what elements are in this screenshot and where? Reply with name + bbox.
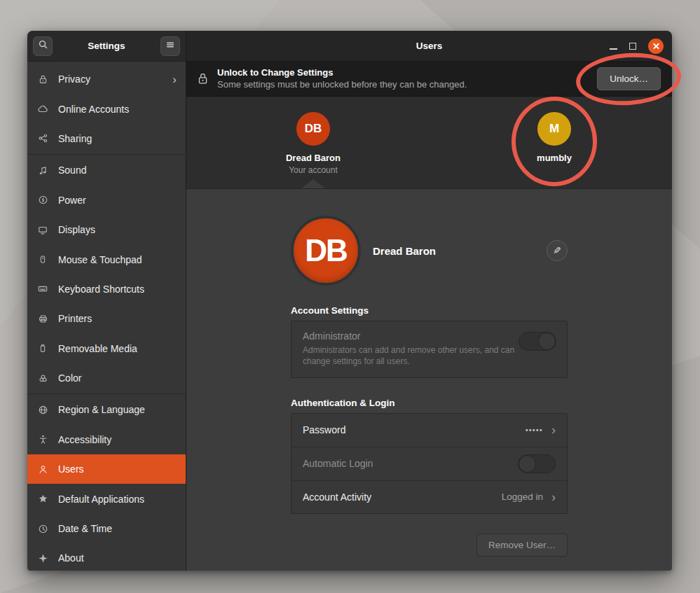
lock-icon <box>198 72 208 85</box>
mouse-icon <box>36 254 49 265</box>
sidebar-item-users[interactable]: Users <box>27 454 186 484</box>
section-heading-account-settings: Account Settings <box>291 305 568 316</box>
titlebar: Users <box>186 31 672 62</box>
sidebar-item-label: Printers <box>58 313 92 324</box>
printer-icon <box>36 313 49 324</box>
globe-icon <box>36 404 49 415</box>
unlock-banner: Unlock to Change Settings Some settings … <box>186 62 672 97</box>
sidebar-item-online-accounts[interactable]: Online Accounts <box>27 94 186 123</box>
authentication-card: Password ••••• › Automatic Login <box>291 413 568 515</box>
profile-row: DB Dread Baron ✎ <box>291 216 568 286</box>
toggle-knob <box>538 333 556 350</box>
administrator-label: Administrator <box>303 330 556 342</box>
hamburger-icon <box>165 40 175 53</box>
section-heading-authentication: Authentication & Login <box>291 398 568 408</box>
sidebar-item-power[interactable]: Power <box>27 186 186 215</box>
removable-icon <box>36 343 49 354</box>
chevron-right-icon: › <box>551 491 556 503</box>
account-activity-label: Account Activity <box>303 491 371 503</box>
sidebar-item-sound[interactable]: Sound <box>27 155 186 185</box>
sidebar-item-privacy[interactable]: Privacy› <box>27 64 186 94</box>
window-controls <box>610 31 664 62</box>
chevron-right-icon: › <box>551 424 556 436</box>
sidebar-item-label: Date & Time <box>58 523 112 534</box>
sidebar-item-accessibility[interactable]: Accessibility <box>27 425 186 454</box>
sidebar-separator <box>27 154 186 155</box>
sidebar-item-label: Region & Language <box>58 404 145 415</box>
sidebar-item-label: Accessibility <box>58 434 111 445</box>
search-button[interactable] <box>33 36 53 56</box>
carousel-user-note: Your account <box>289 165 338 175</box>
sidebar-item-displays[interactable]: Displays <box>27 215 186 244</box>
desktop-background: Settings Privacy›Online AccountsSharingS… <box>0 0 700 593</box>
user-panel: DB Dread Baron ✎ Account Settings Admini… <box>186 189 672 571</box>
maximize-button[interactable] <box>629 43 636 50</box>
sidebar: Settings Privacy›Online AccountsSharingS… <box>27 31 186 571</box>
carousel-user-dread-baron[interactable]: DBDread BaronYour account <box>264 112 362 175</box>
pencil-icon: ✎ <box>553 245 561 256</box>
administrator-toggle <box>519 332 556 351</box>
sidebar-item-keyboard-shortcuts[interactable]: Keyboard Shortcuts <box>27 274 186 304</box>
account-activity-row[interactable]: Account Activity Logged in › <box>291 480 567 514</box>
automatic-login-row: Automatic Login <box>291 447 567 480</box>
page-title: Users <box>416 41 443 51</box>
sidebar-item-label: Privacy <box>58 74 90 85</box>
keyboard-icon <box>36 284 49 295</box>
sidebar-item-label: Sound <box>58 165 86 176</box>
sidebar-item-label: Keyboard Shortcuts <box>58 284 144 295</box>
about-icon <box>36 552 49 564</box>
sidebar-item-printers[interactable]: Printers <box>27 304 186 333</box>
minimize-button[interactable] <box>610 48 617 50</box>
sidebar-item-about[interactable]: About <box>27 543 186 571</box>
unlock-banner-subtitle: Some settings must be unlocked before th… <box>217 79 467 90</box>
star-icon <box>36 494 49 505</box>
sidebar-header: Settings <box>27 31 186 62</box>
carousel-user-name: Dread Baron <box>286 153 341 163</box>
sidebar-item-label: Users <box>58 463 84 475</box>
color-icon <box>36 372 49 384</box>
displays-icon <box>36 224 49 235</box>
user-avatar: DB <box>291 216 361 286</box>
user-carousel: DBDread BaronYour accountMmumbly <box>186 97 672 189</box>
sidebar-item-mouse-and-touchpad[interactable]: Mouse & Touchpad <box>27 244 186 274</box>
administrator-row: Administrator Administrators can add and… <box>291 321 567 377</box>
user-name: Dread Baron <box>373 245 436 257</box>
edit-name-button[interactable]: ✎ <box>547 240 568 261</box>
sidebar-item-label: Default Applications <box>58 494 144 505</box>
sidebar-item-color[interactable]: Color <box>27 363 186 393</box>
account-settings-card: Administrator Administrators can add and… <box>291 321 568 378</box>
accessibility-icon <box>36 434 49 445</box>
password-dots: ••••• <box>526 426 543 434</box>
search-icon <box>38 39 48 53</box>
password-label: Password <box>303 424 345 435</box>
sidebar-item-sharing[interactable]: Sharing <box>27 124 186 153</box>
administrator-description: Administrators can add and remove other … <box>303 345 516 368</box>
sidebar-item-label: Displays <box>58 224 95 235</box>
cloud-icon <box>36 104 49 115</box>
automatic-login-toggle <box>518 454 556 473</box>
sidebar-item-default-applications[interactable]: Default Applications <box>27 484 186 513</box>
unlock-banner-title: Unlock to Change Settings <box>217 67 467 78</box>
sidebar-item-label: About <box>58 552 84 564</box>
sidebar-item-label: Power <box>58 195 86 206</box>
sidebar-list: Privacy›Online AccountsSharingSoundPower… <box>27 62 186 571</box>
sidebar-item-removable-media[interactable]: Removable Media <box>27 334 186 363</box>
selected-user-pointer <box>301 179 325 188</box>
sidebar-item-date-and-time[interactable]: Date & Time <box>27 514 186 543</box>
user-avatar: DB <box>296 112 330 146</box>
close-button[interactable] <box>648 39 664 54</box>
sidebar-item-region-and-language[interactable]: Region & Language <box>27 395 186 424</box>
users-icon <box>36 463 49 475</box>
menu-button[interactable] <box>160 36 180 56</box>
sidebar-item-label: Online Accounts <box>58 104 129 115</box>
share-icon <box>36 133 49 144</box>
password-row[interactable]: Password ••••• › <box>291 414 567 447</box>
power-icon <box>36 195 49 206</box>
carousel-user-mumbly[interactable]: Mmumbly <box>505 112 603 163</box>
lock-icon <box>36 74 49 85</box>
sidebar-item-label: Mouse & Touchpad <box>58 254 142 265</box>
unlock-button[interactable]: Unlock… <box>597 67 661 90</box>
clock-icon <box>36 523 49 534</box>
sidebar-item-label: Color <box>58 372 81 384</box>
account-activity-value: Logged in <box>502 491 543 502</box>
